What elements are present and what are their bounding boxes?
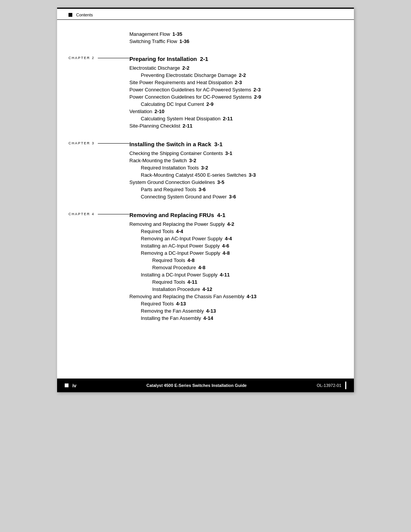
page-number: 4-2 [227,221,234,227]
chapter-3-section: Chapter 3 Installing the Switch in a Rac… [68,141,342,201]
entry-text: Calculating DC Input Current [141,101,204,107]
list-item: Removing and Replacing the Chassis Fan A… [129,294,342,299]
chapter-title-line: Installing the Switch in a Rack 3-1 [129,141,342,147]
page-number: 2-11 [223,116,233,121]
entry-text: Connecting System Ground and Power [141,194,226,200]
list-item: Power Connection Guidelines for AC-Power… [129,87,342,93]
page-number: 1-35 [172,31,182,37]
list-item: Removing the Fan Assembly 4-13 [129,308,342,314]
page-number: 4-6 [222,243,229,249]
list-item: Rack-Mounting the Switch 3-2 [129,158,342,163]
chapter-title: Preparing for Installation [129,56,197,62]
page-number: 3-6 [199,187,206,192]
list-item: Electrostatic Discharge 2-2 [129,65,342,71]
list-item: Parts and Required Tools 3-6 [129,187,342,192]
entry-text: Installing a DC-Input Power Supply [141,272,218,278]
entry-text: Removing the Fan Assembly [141,308,204,314]
list-item: Required Tools 4-8 [129,257,342,263]
list-item: Connecting System Ground and Power 3-6 [129,194,342,200]
list-item: Checking the Shipping Container Contents… [129,150,342,156]
entry-text: Required Installation Tools [141,165,199,171]
page-number: 2-10 [155,109,164,114]
chapter-divider-line [98,214,129,214]
header-square-icon [68,13,72,17]
entry-text: Calculating System Heat Dissipation [141,116,221,121]
footer-left: iv [65,383,76,388]
list-item: Removal Procedure 4-8 [129,265,342,270]
entry-text: Removing a DC-Input Power Supply [141,250,220,256]
page-number: 2-9 [254,94,261,100]
page-number: 4-13 [247,294,256,299]
chapter-label: Chapter 2 [68,56,98,60]
page-number: 3-6 [229,194,236,200]
chapter-title: Installing the Switch in a Rack [129,141,211,147]
footer: iv Catalyst 4500 E-Series Switches Insta… [57,379,354,392]
page-number: 4-13 [176,301,186,307]
entry-text: Rack-Mounting the Switch [129,158,187,163]
chapter-label-col: Chapter 4 [68,212,129,216]
page-number: 4-14 [203,315,213,321]
chapter-title-page: 3-1 [214,141,223,147]
entry-text: Checking the Shipping Container Contents [129,150,223,156]
main-content: Management Flow 1-35 Switching Traffic F… [57,20,354,356]
chapter-label-col: Chapter 2 [68,56,129,60]
entry-text: Required Tools [141,228,174,234]
list-item: Ventilation 2-10 [129,109,342,114]
entry-text: Preventing Electrostatic Discharge Damag… [141,72,236,78]
chapter-label: Chapter 4 [68,212,98,216]
list-item: Power Connection Guidelines for DC-Power… [129,94,342,100]
list-item: Management Flow 1-35 [129,31,342,37]
page-number: 3-5 [217,179,225,185]
list-item: Installation Procedure 4-12 [129,286,342,292]
header-label: Contents [76,13,93,17]
page-number: 2-2 [239,72,246,78]
entry-text: Installation Procedure [152,286,200,292]
list-item: Site-Planning Checklist 2-11 [129,123,342,129]
entry-text: Required Tools [141,301,174,307]
entry-text: Installing the Fan Assembly [141,315,201,321]
footer-doc-number: OL-13972-01 [317,383,341,388]
entry-text: Parts and Required Tools [141,187,196,192]
entry-text: Installing an AC-Input Power Supply [141,243,220,249]
chapter-divider-line [98,143,129,144]
chapter-2-section: Chapter 2 Preparing for Installation 2-1… [68,56,342,130]
chapter-title-page: 4-1 [217,212,226,218]
entry-text: Management Flow [129,31,170,37]
page-number: 4-8 [198,265,206,270]
chapter-label-col: Chapter 3 [68,141,129,145]
entry-text: Removing and Replacing the Power Supply [129,221,225,227]
footer-center-text: Catalyst 4500 E-Series Switches Installa… [76,383,317,388]
chapter-4-entries: Removing and Replacing FRUs 4-1 Removing… [129,212,342,323]
page-number: 3-2 [189,158,196,163]
chapter-2-entries: Preparing for Installation 2-1 Electrost… [129,56,342,130]
entry-text: Electrostatic Discharge [129,65,180,71]
chapter-title-line: Removing and Replacing FRUs 4-1 [129,212,342,218]
page-number: 1-36 [179,38,189,44]
chapter-3-entries: Installing the Switch in a Rack 3-1 Chec… [129,141,342,201]
top-border [57,8,354,9]
list-item: Switching Traffic Flow 1-36 [129,38,342,44]
entry-text: Removal Procedure [152,265,196,270]
page-number: 4-4 [225,236,232,241]
list-item: Removing an AC-Input Power Supply 4-4 [129,236,342,241]
list-item: Calculating System Heat Dissipation 2-11 [129,116,342,121]
footer-right: OL-13972-01 [317,382,346,389]
entry-text: Power Connection Guidelines for AC-Power… [129,87,251,93]
list-item: Preventing Electrostatic Discharge Damag… [129,72,342,78]
page-number: 2-9 [206,101,213,107]
list-item: Removing a DC-Input Power Supply 4-8 [129,250,342,256]
footer-page-roman: iv [72,383,76,388]
entry-text: Required Tools [152,257,185,263]
entry-text: System Ground Connection Guidelines [129,179,215,185]
chapter-title-page: 2-1 [200,56,209,62]
page-number: 3-3 [249,172,256,178]
page-number: 4-13 [206,308,216,314]
entry-text: Switching Traffic Flow [129,38,177,44]
page-number: 3-2 [201,165,208,171]
entry-text: Ventilation [129,109,152,114]
chapter-label: Chapter 3 [68,141,98,145]
page-number: 4-11 [187,279,197,285]
page-number: 3-1 [225,150,233,156]
entry-text: Required Tools [152,279,185,285]
entry-text: Removing and Replacing the Chassis Fan A… [129,294,244,299]
